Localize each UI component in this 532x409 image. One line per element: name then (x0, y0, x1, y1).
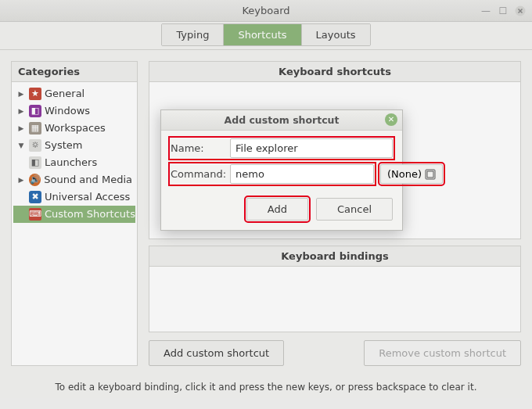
dialog-body: Name: Command: (None) (161, 131, 402, 195)
cancel-button[interactable]: Cancel (316, 198, 393, 221)
command-row: Command: (None) (171, 164, 393, 184)
svg-rect-2 (427, 171, 433, 178)
name-label: Name: (171, 142, 224, 154)
dialog-title-text: Add custom shortcut (225, 114, 340, 126)
name-row: Name: (171, 138, 393, 158)
command-label: Command: (171, 168, 224, 180)
dialog-close-icon[interactable]: ✕ (385, 113, 397, 126)
icon-picker-label: (None) (387, 168, 422, 180)
dialog-titlebar: Add custom shortcut ✕ (161, 110, 402, 131)
image-icon (425, 169, 436, 180)
command-input[interactable] (230, 164, 374, 184)
dialog-actions: Add Cancel (161, 195, 402, 230)
name-input[interactable] (230, 138, 393, 158)
add-button[interactable]: Add (246, 198, 308, 221)
icon-picker-button[interactable]: (None) (380, 164, 443, 184)
add-custom-shortcut-dialog: Add custom shortcut ✕ Name: Command: (No… (160, 109, 403, 231)
